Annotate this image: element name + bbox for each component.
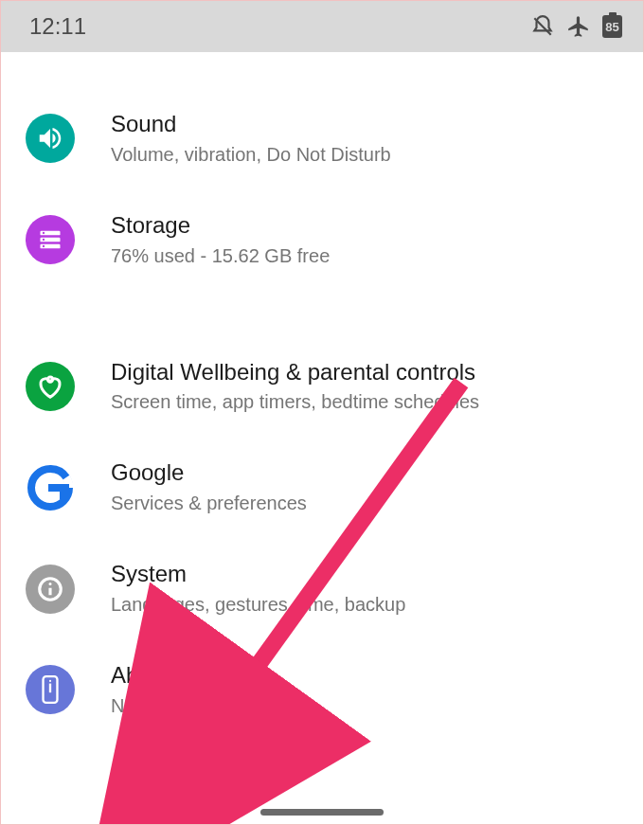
settings-group-2: Digital Wellbeing & parental controls Sc…: [1, 319, 643, 741]
clock-time: 12:11: [29, 15, 86, 38]
airplane-icon: [566, 14, 591, 39]
settings-subtitle: Services & preferences: [111, 491, 307, 515]
settings-row-sound[interactable]: Sound Volume, vibration, Do Not Disturb: [18, 88, 626, 189]
status-tray: 85: [530, 14, 622, 39]
section-divider: [1, 300, 643, 319]
volume-icon: [26, 114, 75, 163]
settings-row-system[interactable]: System Languages, gestures, time, backup: [18, 538, 626, 639]
settings-title: Sound: [111, 111, 391, 138]
settings-row-wellbeing[interactable]: Digital Wellbeing & parental controls Sc…: [18, 336, 626, 438]
settings-subtitle: Screen time, app timers, bedtime schedul…: [111, 389, 479, 414]
settings-subtitle: 76% used - 15.62 GB free: [111, 243, 330, 268]
info-icon: [26, 565, 75, 614]
settings-row-google[interactable]: Google Services & preferences: [18, 437, 626, 538]
status-bar: 12:11 85: [1, 1, 643, 52]
battery-icon: 85: [602, 15, 622, 38]
settings-subtitle: Nokia 6.1 Plus: [111, 693, 240, 718]
svg-point-3: [43, 232, 45, 234]
battery-percent: 85: [605, 20, 618, 34]
svg-point-14: [49, 582, 52, 584]
bell-off-icon: [530, 14, 555, 39]
google-g-icon: [26, 463, 75, 512]
svg-point-4: [43, 239, 45, 241]
settings-group-1: Sound Volume, vibration, Do Not Disturb …: [1, 52, 643, 300]
phone-icon: [26, 665, 75, 714]
settings-title: Google: [111, 459, 307, 487]
settings-subtitle: Volume, vibration, Do Not Disturb: [111, 142, 391, 167]
svg-rect-11: [48, 484, 69, 492]
settings-row-storage[interactable]: Storage 76% used - 15.62 GB free: [18, 189, 626, 291]
settings-title: Storage: [111, 212, 330, 240]
settings-row-about[interactable]: About phone Nokia 6.1 Plus: [18, 639, 626, 741]
svg-point-17: [49, 680, 51, 682]
settings-title: Digital Wellbeing & parental controls: [111, 359, 479, 386]
settings-subtitle: Languages, gestures, time, backup: [111, 592, 405, 617]
storage-icon: [26, 215, 75, 264]
settings-title: System: [111, 561, 405, 588]
nav-handle[interactable]: [260, 809, 384, 816]
heart-icon: [26, 362, 75, 411]
svg-point-5: [43, 245, 45, 247]
settings-title: About phone: [111, 662, 240, 690]
